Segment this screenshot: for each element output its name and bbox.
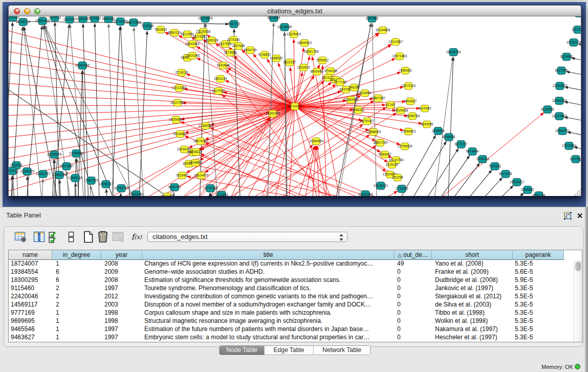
table-cell[interactable]: 0 (395, 325, 432, 334)
table-row[interactable]: 977716911998Corpus callosum shape and si… (9, 309, 572, 317)
table-cell[interactable]: Changes of HCN gene expression and I(f) … (142, 260, 395, 268)
new-file-icon[interactable] (81, 230, 95, 244)
column-header-out_de[interactable]: △out_de… (395, 250, 432, 260)
table-cell[interactable]: Jankovic et al. (1997) (432, 285, 513, 293)
table-cell[interactable]: 1997 (101, 334, 142, 342)
table-row[interactable]: 1938455462009Genome–wide association stu… (9, 268, 572, 276)
table-cell[interactable]: 6 (52, 268, 101, 276)
table-cell[interactable]: 2008 (101, 260, 142, 268)
table-cell[interactable]: Genome–wide association studies in ADHD. (142, 268, 395, 276)
table-cell[interactable]: 2012 (101, 293, 142, 301)
column-header-pagerank[interactable]: pagerank (513, 250, 564, 260)
table-cell[interactable]: de Silva et al. (2003) (432, 301, 513, 309)
column-header-name[interactable]: name (9, 250, 52, 260)
table-row[interactable]: 1872400712008Changes of HCN gene express… (9, 260, 572, 268)
table-cell[interactable]: Investigating the contribution of common… (142, 293, 395, 301)
table-select-dropdown[interactable]: citations_edges.txt (147, 232, 347, 242)
table-cell[interactable]: 1998 (101, 317, 142, 325)
show-columns-icon[interactable] (32, 230, 46, 244)
window-resize-grip[interactable] (574, 189, 581, 196)
function-builder-icon[interactable]: f(x) (130, 230, 143, 244)
table-cell[interactable]: 9777169 (9, 309, 52, 317)
table-cell[interactable]: 6 (52, 276, 101, 285)
table-cell[interactable]: Hescheler et al. (1997) (432, 334, 513, 342)
network-window[interactable]: citations_edges.txt 76638228660124891295… (8, 5, 581, 196)
table-cell[interactable]: 18300295 (9, 276, 52, 285)
table-cell[interactable]: 5.3E-5 (513, 317, 564, 325)
memory-status-icon[interactable] (575, 364, 580, 369)
table-cell[interactable]: Wolkin et al. (1998) (432, 317, 513, 325)
table-cell[interactable]: 5.6E-5 (513, 268, 564, 276)
table-cell[interactable]: 9465546 (9, 325, 52, 334)
table-cell[interactable]: Estimation of the future numbers of pati… (142, 325, 395, 334)
table-cell[interactable]: 2003 (101, 301, 142, 309)
table-cell[interactable]: 1 (52, 334, 101, 342)
table-cell[interactable]: 2009 (101, 268, 142, 276)
table-body[interactable]: 1872400712008Changes of HCN gene express… (9, 260, 572, 342)
table-cell[interactable]: Stergiakouli et al. (2012) (432, 293, 513, 301)
table-cell[interactable]: 0 (395, 268, 432, 276)
column-header-title[interactable]: title (142, 250, 395, 260)
network-canvas[interactable]: 7663822866012489129542322605858275031654… (9, 16, 581, 196)
table-cell[interactable]: Estimation of significance thresholds fo… (142, 276, 395, 285)
table-cell[interactable]: 9699695 (9, 317, 52, 325)
table-cell[interactable]: Embryonic stem cells: a model to study s… (142, 334, 395, 342)
table-cell[interactable]: 0 (395, 301, 432, 309)
table-cell[interactable]: Franke et al. (2009) (432, 268, 513, 276)
table-row[interactable]: 1456911722003Disruption of a novel membe… (9, 301, 572, 309)
table-header-row[interactable]: namein_degreeyeartitle△out_de…shortpager… (9, 250, 572, 260)
table-cell[interactable]: Tourette syndrome. Phenomenology and cla… (142, 285, 395, 293)
table-row[interactable]: 2242004622012Investigating the contribut… (9, 293, 572, 301)
table-cell[interactable]: 1 (52, 309, 101, 317)
table-cell[interactable]: 18724007 (9, 260, 52, 268)
table-cell[interactable]: 9115460 (9, 285, 52, 293)
table-cell[interactable]: 0 (395, 334, 432, 342)
table-cell[interactable]: Yano et al. (2008) (432, 260, 513, 268)
table-row[interactable]: 1830029562008Estimation of significance … (9, 276, 572, 285)
table-cell[interactable]: 5.3E-5 (513, 334, 564, 342)
table-cell[interactable]: 5.3E-5 (513, 260, 564, 268)
table-cell[interactable]: 0 (395, 276, 432, 285)
table-cell[interactable]: 2008 (101, 276, 142, 285)
row-height-icon[interactable] (64, 230, 78, 244)
table-cell[interactable]: Disruption of a novel member of a sodium… (142, 301, 395, 309)
select-rows-icon[interactable] (48, 230, 61, 244)
table-cell[interactable]: Tibbo et al. (1998) (432, 309, 513, 317)
table-cell[interactable]: 2 (52, 293, 101, 301)
table-cell[interactable]: 5.3E-5 (513, 285, 564, 293)
table-cell[interactable]: 2 (52, 301, 101, 309)
table-cell[interactable]: 1997 (101, 285, 142, 293)
node-table[interactable]: namein_degreeyeartitle△out_de…shortpager… (8, 250, 582, 342)
table-scrollbar[interactable] (574, 260, 581, 342)
table-cell[interactable]: 14569117 (9, 301, 52, 309)
table-cell[interactable]: 5.3E-5 (513, 309, 564, 317)
table-cell[interactable]: 0 (395, 293, 432, 301)
table-cell[interactable]: 19384554 (9, 268, 52, 276)
table-row[interactable]: 946554611997Estimation of the future num… (9, 325, 572, 334)
table-cell[interactable]: Dudbridge et al. (2008) (432, 276, 513, 285)
table-row[interactable]: 911546021997Tourette syndrome. Phenomeno… (9, 285, 572, 293)
table-cell[interactable]: 0 (395, 285, 432, 293)
table-cell[interactable]: 9463627 (9, 334, 52, 342)
table-cell[interactable]: 1 (52, 317, 101, 325)
table-cell[interactable]: 1997 (101, 325, 142, 334)
table-cell[interactable]: 0 (395, 309, 432, 317)
table-settings-icon[interactable] (14, 230, 27, 244)
table-cell[interactable]: 5.3E-5 (513, 325, 564, 334)
table-cell[interactable]: Nakamura et al. (1997) (432, 325, 513, 334)
tab-node-table[interactable]: Node Table (220, 346, 265, 355)
table-row[interactable]: 946362711997Embryonic stem cells: a mode… (9, 334, 572, 342)
table-cell[interactable]: 0 (395, 317, 432, 325)
table-scrollbar-thumb[interactable] (575, 261, 581, 271)
column-header-year[interactable]: year (101, 250, 142, 260)
table-cell[interactable]: 5.9E-5 (513, 276, 564, 285)
close-panel-icon[interactable]: ✕ (576, 211, 583, 221)
table-cell[interactable]: 5.3E-5 (513, 301, 564, 309)
table-cell[interactable]: 2 (52, 285, 101, 293)
table-row[interactable]: 969969511998Structural magnetic resonanc… (9, 317, 572, 325)
tab-network-table[interactable]: Network Table (314, 346, 370, 355)
table-cell[interactable]: 49 (395, 260, 432, 268)
table-cell[interactable]: Corpus callosum shape and size in male p… (142, 309, 395, 317)
table-cell[interactable]: 1998 (101, 309, 142, 317)
column-header-in_degree[interactable]: in_degree (52, 250, 101, 260)
